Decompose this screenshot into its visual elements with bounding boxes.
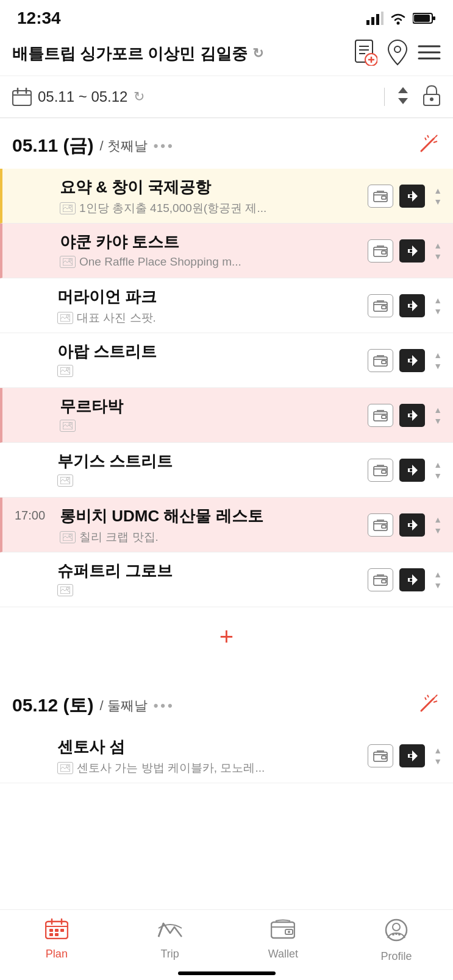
wallet-button[interactable] — [368, 239, 393, 263]
navigation-button[interactable] — [399, 349, 425, 372]
sort-button[interactable]: ▲ ▼ — [431, 509, 444, 541]
wallet-button[interactable] — [368, 185, 393, 208]
svg-rect-57 — [410, 359, 412, 362]
sort-button[interactable]: ▲ ▼ — [431, 290, 444, 322]
svg-point-31 — [69, 205, 71, 208]
place-sub: One Raffle Place Shopping m... — [60, 255, 359, 269]
place-name: 부기스 스트리트 — [57, 451, 359, 472]
navigation-button[interactable] — [399, 239, 425, 263]
svg-rect-102 — [49, 929, 53, 932]
navigation-button[interactable] — [399, 294, 425, 317]
navigation-button[interactable] — [399, 744, 425, 767]
place-image-icon — [57, 762, 73, 774]
place-item[interactable]: 17:00 롱비치 UDMC 해산물 레스토 칠리 크랩 맛집. — [0, 498, 453, 552]
place-info: 슈퍼트리 그로브 — [55, 552, 365, 607]
add-place-button[interactable]: + — [219, 624, 234, 649]
svg-rect-6 — [414, 15, 430, 22]
svg-rect-81 — [374, 576, 387, 585]
svg-marker-42 — [408, 245, 418, 256]
place-info: 야쿤 카야 토스트 One Raffle Place Shopping m... — [57, 224, 365, 278]
time-label: 17:00 — [15, 498, 57, 552]
place-item[interactable]: 아랍 스트리트 ▲ ▼ — [0, 333, 453, 388]
wallet-button[interactable] — [368, 404, 393, 427]
svg-line-28 — [433, 141, 437, 143]
date-sync-icon[interactable]: ↻ — [134, 89, 144, 105]
navigation-button[interactable] — [399, 568, 425, 591]
magic-wand-icon[interactable] — [416, 132, 441, 160]
date-controls — [394, 85, 441, 109]
navigation-button[interactable] — [399, 404, 425, 427]
svg-line-26 — [433, 135, 437, 139]
header-icons — [353, 39, 441, 68]
sort-button[interactable]: ▲ ▼ — [431, 740, 444, 772]
place-image-icon — [57, 474, 73, 487]
svg-rect-85 — [410, 579, 412, 581]
wallet-button[interactable] — [368, 294, 393, 317]
place-name: 야쿤 카야 토스트 — [60, 232, 359, 253]
magic-wand-icon-2[interactable] — [416, 691, 441, 720]
sort-button[interactable]: ▲ ▼ — [431, 180, 444, 212]
nav-label-profile: Profile — [381, 950, 412, 963]
place-name: 롱비치 UDMC 해산물 레스토 — [60, 506, 359, 527]
wallet-button[interactable] — [368, 349, 393, 372]
svg-marker-70 — [408, 465, 418, 476]
sync-icon[interactable]: ↻ — [252, 46, 263, 62]
sort-button[interactable]: ▲ ▼ — [431, 564, 444, 596]
place-item[interactable]: 무르타박 ▲ ▼ — [0, 388, 453, 443]
wallet-button[interactable] — [368, 513, 393, 537]
place-item[interactable]: 슈퍼트리 그로브 ▲ ▼ — [0, 552, 453, 607]
svg-rect-40 — [382, 251, 386, 254]
day2-date: 05.12 (토) — [12, 693, 93, 718]
menu-icon[interactable] — [418, 44, 441, 63]
nav-item-profile[interactable]: Profile — [340, 918, 453, 963]
svg-rect-1 — [371, 17, 374, 25]
home-indicator — [178, 971, 276, 975]
day1-dots[interactable]: ••• — [154, 138, 175, 154]
content: 05.11 (금) / 첫째날 ••• 요약 & 창이 국제공항 — [0, 118, 453, 881]
place-sub: 센토사 가는 방법 케이블카, 모노레... — [57, 760, 359, 776]
svg-point-73 — [69, 534, 71, 537]
navigation-button[interactable] — [399, 185, 425, 208]
svg-rect-19 — [13, 91, 31, 105]
navigation-button[interactable] — [399, 513, 425, 537]
add-document-icon[interactable] — [353, 39, 377, 68]
place-item[interactable]: 야쿤 카야 토스트 One Raffle Place Shopping m...… — [0, 224, 453, 278]
wallet-button[interactable] — [368, 459, 393, 482]
place-sub — [57, 474, 359, 487]
lock-icon[interactable] — [423, 85, 441, 109]
place-item[interactable]: 머라이언 파크 대표 사진 스팟. ▲ ▼ — [0, 278, 453, 333]
sort-button[interactable]: ▲ ▼ — [431, 454, 444, 486]
place-item[interactable]: 부기스 스트리트 ▲ ▼ — [0, 443, 453, 498]
sort-button[interactable]: ▲ ▼ — [431, 345, 444, 376]
date-range: 05.11 ~ 05.12 ↻ — [12, 88, 385, 106]
place-item[interactable]: 요약 & 창이 국제공항 1인당 총지출 415,000원(항공권 제... ▲ — [0, 169, 453, 224]
status-icons — [366, 12, 436, 25]
sort-button[interactable]: ▲ ▼ — [431, 235, 444, 267]
navigation-button[interactable] — [399, 459, 425, 482]
trip-title: 배틀트립 싱가포르 이상민 김일중 — [12, 43, 248, 65]
sort-button[interactable]: ▲ ▼ — [431, 400, 444, 431]
location-icon[interactable] — [387, 39, 408, 68]
place-item[interactable]: 센토사 섬 센토사 가는 방법 케이블카, 모노레... ▲ ▼ — [0, 728, 453, 783]
svg-point-112 — [392, 933, 394, 936]
wallet-nav-icon — [271, 918, 295, 944]
place-info: 부기스 스트리트 — [55, 443, 365, 497]
place-actions: ▲ ▼ — [365, 498, 447, 552]
nav-item-wallet[interactable]: Wallet — [227, 918, 340, 963]
place-sub: 대표 사진 스팟. — [57, 310, 359, 326]
place-sub: 1인당 총지출 415,000원(항공권 제... — [60, 200, 359, 216]
place-sub — [57, 584, 359, 596]
wallet-button[interactable] — [368, 568, 393, 591]
day1-title: 05.11 (금) / 첫째날 ••• — [12, 133, 175, 158]
time-label — [12, 728, 55, 783]
wallet-button[interactable] — [368, 744, 393, 767]
day1-section: 05.11 (금) / 첫째날 ••• 요약 & 창이 국제공항 — [0, 118, 453, 678]
place-image-icon — [57, 365, 73, 377]
nav-item-trip[interactable]: Trip — [113, 918, 227, 963]
nav-item-plan[interactable]: Plan — [0, 918, 113, 963]
day2-dots[interactable]: ••• — [154, 698, 175, 714]
sort-control[interactable] — [394, 86, 412, 108]
svg-rect-32 — [374, 192, 387, 202]
svg-line-88 — [427, 695, 429, 697]
time-label — [15, 224, 57, 278]
